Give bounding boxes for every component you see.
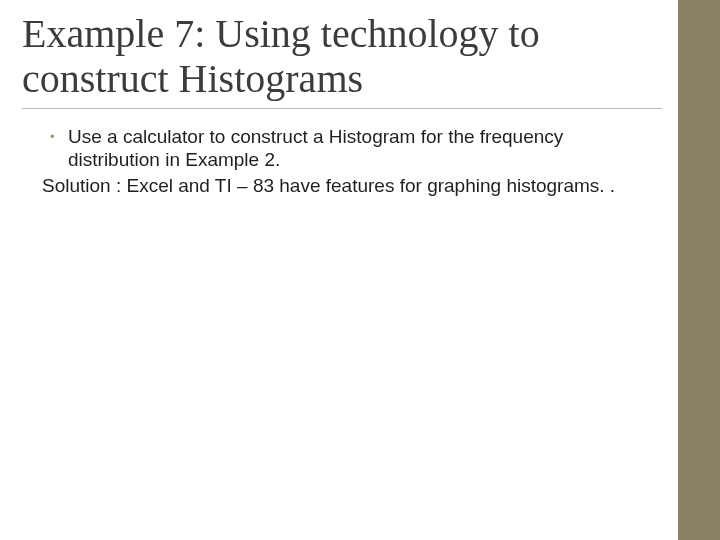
slide-title: Example 7: Using technology to construct…: [22, 12, 658, 102]
bullet-icon: •: [50, 125, 68, 149]
bullet-item: • Use a calculator to construct a Histog…: [50, 125, 658, 173]
solution-text: Solution : Excel and TI – 83 have featur…: [42, 174, 658, 198]
decorative-sidebar: [678, 0, 720, 540]
bullet-text: Use a calculator to construct a Histogra…: [68, 125, 658, 173]
title-underline: [22, 108, 662, 109]
slide-content: Example 7: Using technology to construct…: [0, 0, 678, 540]
slide-body: • Use a calculator to construct a Histog…: [22, 125, 658, 198]
